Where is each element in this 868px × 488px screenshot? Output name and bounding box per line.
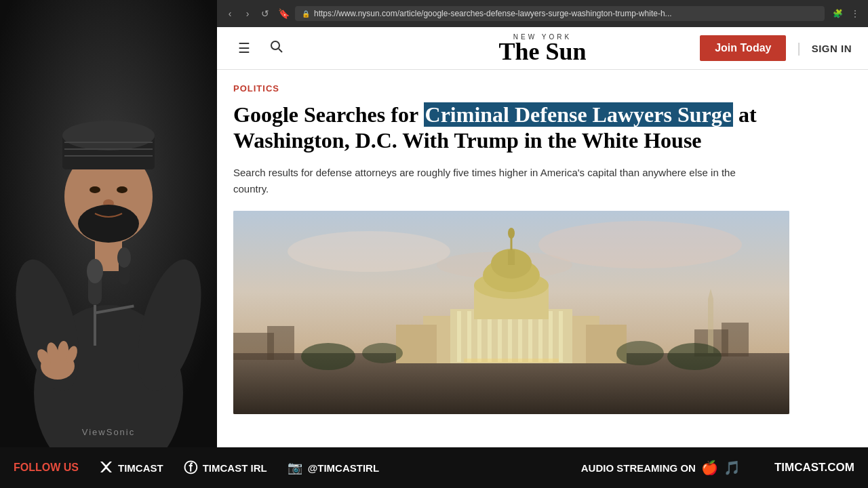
browser-toolbar-right: 🧩 ⋮ [830, 6, 863, 21]
browser-chrome: ‹ › ↺ 🔖 🔒 https://www.nysun.com/article/… [217, 0, 868, 27]
forward-button[interactable]: › [240, 6, 255, 21]
instagram-icon: 📷 [288, 460, 302, 475]
apple-icon: 🍎 [701, 460, 718, 476]
svg-point-31 [117, 247, 131, 268]
facebook-icon: ⓕ [184, 459, 197, 477]
logo-the-sun: The Sun [498, 38, 586, 65]
audio-streaming-label: AUDIO STREAMING ON [581, 462, 696, 474]
bookmark-button[interactable]: 🔖 [278, 8, 290, 19]
timcast-url: TIMCAST.COM [774, 461, 854, 474]
spotify-icon: 🎵 [724, 460, 741, 476]
viewsonic-label: ViewSonic [82, 427, 135, 437]
svg-rect-49 [457, 311, 461, 362]
svg-point-35 [288, 231, 450, 272]
url-text: https://www.nysun.com/article/google-sea… [314, 9, 672, 18]
article-body: POLITICS Google Searches for Criminal De… [217, 70, 868, 447]
header-right: Join Today | SIGN IN [700, 35, 852, 61]
svg-point-23 [117, 186, 127, 193]
lock-icon: 🔒 [302, 10, 310, 18]
browser-nav-buttons: ‹ › ↺ [222, 6, 273, 21]
svg-rect-59 [559, 311, 563, 362]
headline-part1: Google Searches for [233, 102, 424, 127]
join-today-button[interactable]: Join Today [700, 35, 786, 61]
instagram-label: @TIMCASTIRL [308, 462, 379, 474]
audio-streaming-section: AUDIO STREAMING ON 🍎 🎵 [581, 460, 741, 476]
ticker-instagram-item: 📷 @TIMCASTIRL [288, 460, 379, 475]
follow-us-label: FOLLOW US [14, 462, 79, 474]
article-headline: Google Searches for Criminal Defense Law… [233, 102, 776, 154]
svg-point-71 [616, 341, 664, 365]
svg-rect-67 [464, 359, 559, 363]
x-icon [99, 460, 113, 476]
sign-in-button[interactable]: SIGN IN [812, 43, 852, 54]
header-left: ☰ [233, 37, 288, 59]
back-button[interactable]: ‹ [222, 6, 237, 21]
address-bar[interactable]: 🔒 https://www.nysun.com/article/google-s… [295, 6, 825, 21]
bottom-ticker: FOLLOW US TIMCAST ⓕ TIMCAST IRL 📷 @TIMCA… [0, 447, 868, 488]
article-subheadline: Search results for defense attorneys are… [233, 165, 762, 197]
reload-button[interactable]: ↺ [258, 6, 273, 21]
article-image [233, 211, 789, 414]
site-header: ☰ NEW YORK The Sun [217, 27, 868, 70]
nysun-website: ☰ NEW YORK The Sun [217, 27, 868, 447]
svg-point-25 [78, 205, 139, 243]
ticker-x-item: TIMCAST [99, 460, 163, 476]
capitol-image [233, 211, 789, 414]
svg-point-27 [87, 259, 103, 283]
webcam-panel: ViewSonic [0, 0, 217, 447]
svg-point-70 [362, 343, 403, 363]
svg-point-68 [301, 343, 355, 370]
svg-point-18 [62, 121, 155, 150]
svg-rect-42 [722, 323, 749, 357]
search-icon [270, 40, 283, 57]
svg-point-22 [90, 186, 100, 193]
svg-rect-28 [94, 305, 96, 346]
svg-rect-40 [267, 326, 294, 360]
extensions-button[interactable]: 🧩 [830, 6, 845, 21]
svg-rect-58 [549, 311, 553, 362]
article-category: POLITICS [233, 83, 852, 94]
header-divider: | [797, 41, 800, 56]
svg-point-32 [271, 41, 279, 49]
twitter-label: TIMCAST [118, 462, 163, 474]
hamburger-icon: ☰ [238, 40, 250, 56]
site-logo: NEW YORK The Sun [498, 33, 586, 64]
svg-rect-46 [396, 325, 437, 363]
svg-rect-50 [467, 311, 471, 362]
facebook-label: TIMCAST IRL [203, 462, 267, 474]
svg-line-33 [279, 49, 282, 52]
browser-panel: ‹ › ↺ 🔖 🔒 https://www.nysun.com/article/… [217, 0, 868, 447]
svg-point-66 [508, 228, 515, 239]
hamburger-menu-button[interactable]: ☰ [233, 37, 255, 59]
search-button[interactable] [266, 37, 288, 59]
person-figure [0, 0, 217, 447]
more-button[interactable]: ⋮ [848, 6, 863, 21]
ticker-facebook-item: ⓕ TIMCAST IRL [184, 459, 267, 477]
headline-highlight: Criminal Defense Lawyers Surge [424, 102, 733, 127]
svg-rect-64 [508, 250, 515, 265]
svg-point-69 [667, 343, 722, 370]
svg-rect-43 [708, 299, 713, 353]
